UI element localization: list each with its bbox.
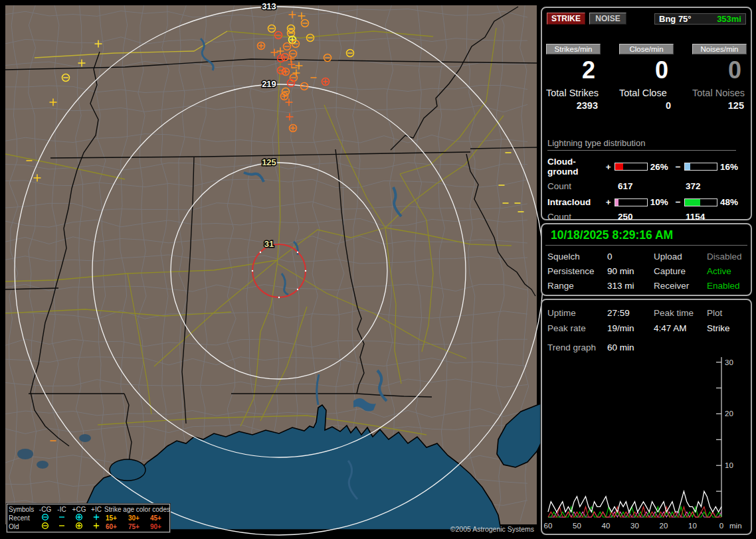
noises-per-min-value: 0 xyxy=(692,54,747,85)
persistence-value: 90 min xyxy=(607,266,654,276)
distribution-title: Lightning type distribution xyxy=(547,138,736,151)
cg-neg-symbol-icon xyxy=(37,522,54,532)
upload-label: Upload xyxy=(654,252,707,262)
peak-rate-label: Peak rate xyxy=(547,323,607,333)
capture-status: Active xyxy=(707,266,745,276)
ic-neg-bar xyxy=(684,198,717,206)
legend-row-label-recent: Recent xyxy=(9,514,37,522)
y-tick-label: 20 xyxy=(725,410,733,418)
y-tick-label: 10 xyxy=(725,461,733,469)
capture-label: Capture xyxy=(654,266,707,276)
session-panel: Uptime 27:59 Peak time Plot Peak rate 19… xyxy=(541,299,752,535)
ic-neg-count: 1154 xyxy=(686,212,705,222)
plus-sign: + xyxy=(606,162,614,172)
y-tick-label: 30 xyxy=(725,358,733,366)
total-close-label: Total Close xyxy=(619,88,674,98)
total-close-value: 0 xyxy=(619,100,674,111)
ic-pos-count: 250 xyxy=(618,212,686,222)
x-axis-unit: min xyxy=(729,522,742,530)
strikes-column: Strikes/min 2 Total Strikes 2393 xyxy=(546,44,601,111)
plus-sign: + xyxy=(606,197,614,207)
age-code-15: 15+ xyxy=(104,514,127,522)
trend-graph-header: Trend graph 60 min xyxy=(542,333,751,352)
total-noises-value: 125 xyxy=(692,100,747,111)
cg-pos-count: 617 xyxy=(618,181,686,191)
ring-label-313: 313 xyxy=(262,1,276,11)
total-noises-label: Total Noises xyxy=(692,88,747,98)
noises-per-min-button[interactable]: Noises/min xyxy=(692,44,747,54)
ic-neg-symbol-icon xyxy=(54,522,70,532)
count-label: Count xyxy=(547,181,618,191)
strikes-per-min-value: 2 xyxy=(546,54,601,85)
x-tick-label: 20 xyxy=(660,522,668,530)
trend-window-value: 60 min xyxy=(607,343,745,352)
lightning-map[interactable]: 31125219313 xyxy=(5,5,537,524)
x-tick-label: 60 xyxy=(544,522,553,530)
map-canvas[interactable]: 31125219313 xyxy=(5,5,537,524)
cursor-distance-value: 353mi xyxy=(717,14,741,24)
ring-label-125: 125 xyxy=(262,157,276,167)
intracloud-count-row: Count 250 1154 xyxy=(542,212,751,222)
noise-tab-button[interactable]: NOISE xyxy=(589,13,626,25)
range-value: 313 mi xyxy=(607,281,654,291)
cg-neg-bar xyxy=(684,163,717,171)
datetime-display: 10/18/2025 8:29:16 AM xyxy=(545,224,747,246)
age-code-30: 30+ xyxy=(127,514,149,522)
uptime-label: Uptime xyxy=(547,308,607,318)
peak-rate-value: 19/min xyxy=(607,323,654,333)
age-code-75: 75+ xyxy=(127,522,149,531)
ic-pos-bar-fill xyxy=(615,199,618,206)
count-label: Count xyxy=(547,212,618,222)
ic-neg-percent: 48% xyxy=(720,197,745,207)
x-tick-label: 0 xyxy=(719,522,723,530)
uptime-value: 27:59 xyxy=(607,308,654,318)
age-code-90: 90+ xyxy=(149,522,171,531)
plot-label: Plot xyxy=(707,308,745,318)
status-grid: Squelch 0 Upload Disabled Persistence 90… xyxy=(542,246,751,291)
ring-label-31: 31 xyxy=(264,239,274,249)
strikes-per-min-button[interactable]: Strikes/min xyxy=(546,44,601,54)
session-grid: Uptime 27:59 Peak time Plot Peak rate 19… xyxy=(542,300,751,333)
bearing-value: Bng 75° xyxy=(659,14,692,24)
squelch-value: 0 xyxy=(607,252,654,262)
cg-neg-percent: 16% xyxy=(720,162,745,172)
strike-stats-panel: STRIKE NOISE Bng 75° 353mi Strikes/min 2… xyxy=(541,7,752,220)
cloud-ground-count-row: Count 617 372 xyxy=(542,181,751,191)
intracloud-label: Intracloud xyxy=(547,197,606,207)
x-tick-label: 40 xyxy=(602,522,611,530)
cg-pos-bar-fill xyxy=(615,163,623,170)
close-per-min-button[interactable]: Close/min xyxy=(619,44,674,54)
close-column: Close/min 0 Total Close 0 xyxy=(619,44,674,111)
persistence-label: Persistence xyxy=(547,266,607,276)
ic-pos-percent: 10% xyxy=(650,197,676,207)
x-tick-label: 50 xyxy=(573,522,581,530)
map-legend: Symbols-CG-IC+CG+ICStrike age color code… xyxy=(7,504,170,532)
peak-time-label: Peak time xyxy=(654,308,707,318)
cg-neg-bar-fill xyxy=(685,163,690,170)
strike-tab-button[interactable]: STRIKE xyxy=(547,13,585,25)
cloud-ground-row: Cloud-ground + 26% − 16% xyxy=(542,157,751,177)
legend-age-header: Strike age color codes xyxy=(104,505,171,514)
cg-pos-symbol-icon xyxy=(70,522,88,532)
receiver-label: Receiver xyxy=(654,281,707,291)
rate-counters: Strikes/min 2 Total Strikes 2393 Close/m… xyxy=(546,44,747,111)
upload-status: Disabled xyxy=(707,252,745,262)
cloud-ground-label: Cloud-ground xyxy=(547,157,606,177)
x-tick-label: 10 xyxy=(688,522,697,530)
status-panel: 10/18/2025 8:29:16 AM Squelch 0 Upload D… xyxy=(541,223,752,296)
lightning-type-distribution: Lightning type distribution Cloud-ground… xyxy=(542,138,751,222)
x-tick-label: 30 xyxy=(630,522,639,530)
bearing-range-readout: Bng 75° 353mi xyxy=(654,13,746,25)
receiver-status: Enabled xyxy=(707,281,745,291)
ic-pos-bar xyxy=(614,198,648,206)
close-per-min-value: 0 xyxy=(619,54,674,85)
trend-series-strikes-total xyxy=(548,491,721,512)
age-code-60: 60+ xyxy=(104,522,127,531)
minus-sign: − xyxy=(676,197,684,207)
cg-neg-count: 372 xyxy=(686,181,701,191)
minus-sign: − xyxy=(676,162,684,172)
range-label: Range xyxy=(547,281,607,291)
cg-pos-percent: 26% xyxy=(650,162,676,172)
legend-row-label-old: Old xyxy=(9,522,37,531)
squelch-label: Squelch xyxy=(547,252,607,262)
